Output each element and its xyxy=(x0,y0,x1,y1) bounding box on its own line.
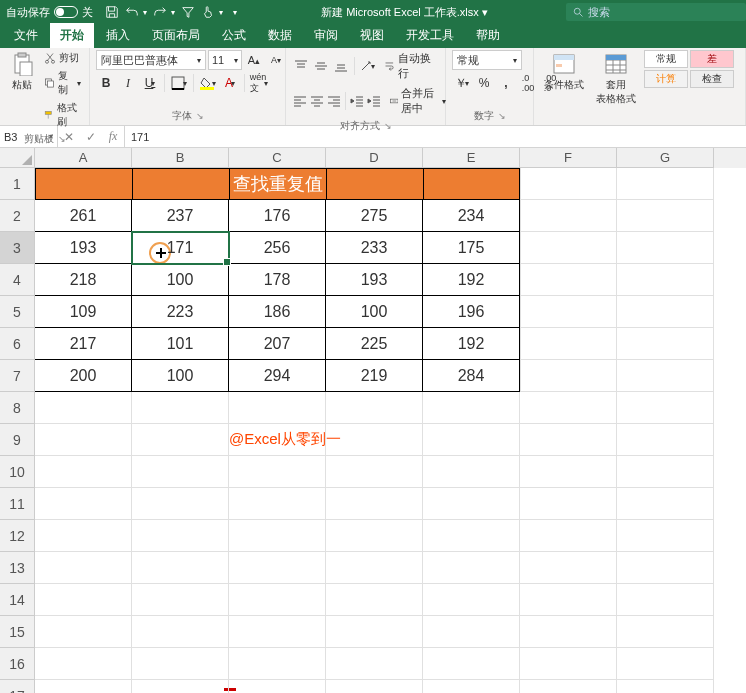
cell[interactable]: 100 xyxy=(132,360,229,392)
cell[interactable] xyxy=(326,552,423,584)
copy-button[interactable]: 复制▾ xyxy=(42,68,83,98)
cell[interactable] xyxy=(132,424,229,456)
cell[interactable] xyxy=(35,392,132,424)
col-header[interactable]: E xyxy=(423,148,520,168)
cell[interactable] xyxy=(423,168,520,200)
row-header[interactable]: 12 xyxy=(0,520,35,552)
cell[interactable] xyxy=(617,264,714,296)
font-size-select[interactable]: 11▾ xyxy=(208,50,242,70)
enter-icon[interactable]: ✓ xyxy=(80,130,102,144)
cell[interactable] xyxy=(35,520,132,552)
cell[interactable] xyxy=(617,200,714,232)
cell[interactable] xyxy=(35,584,132,616)
align-right-icon[interactable] xyxy=(326,91,341,111)
cell-style-check[interactable]: 检查 xyxy=(690,70,734,88)
border-button[interactable]: ▾ xyxy=(169,73,189,93)
cancel-icon[interactable]: ✕ xyxy=(58,130,80,144)
cell[interactable] xyxy=(229,488,326,520)
cell[interactable]: 100 xyxy=(326,296,423,328)
chevron-down-icon[interactable]: ▾ xyxy=(171,8,175,17)
cell[interactable] xyxy=(520,168,617,200)
save-icon[interactable] xyxy=(105,5,119,19)
cell[interactable]: 237 xyxy=(132,200,229,232)
name-box[interactable]: B3▾ xyxy=(0,126,58,147)
cell[interactable] xyxy=(520,552,617,584)
cell[interactable] xyxy=(520,488,617,520)
currency-icon[interactable]: ￥▾ xyxy=(452,73,472,93)
cell[interactable] xyxy=(617,328,714,360)
cell[interactable]: 178 xyxy=(229,264,326,296)
tab-view[interactable]: 视图 xyxy=(350,23,394,48)
bold-button[interactable]: B xyxy=(96,73,116,93)
row-header[interactable]: 10 xyxy=(0,456,35,488)
fill-color-button[interactable]: ▾ xyxy=(198,73,218,93)
row-header[interactable]: 4 xyxy=(0,264,35,296)
cell[interactable] xyxy=(35,168,132,200)
cell[interactable]: 218 xyxy=(35,264,132,296)
tab-layout[interactable]: 页面布局 xyxy=(142,23,210,48)
cell[interactable]: 219 xyxy=(326,360,423,392)
cell[interactable] xyxy=(229,456,326,488)
cell[interactable] xyxy=(423,488,520,520)
phonetic-button[interactable]: wén文▾ xyxy=(249,73,269,93)
tab-file[interactable]: 文件 xyxy=(4,23,48,48)
row-header[interactable]: 8 xyxy=(0,392,35,424)
cell[interactable] xyxy=(132,680,229,693)
align-center-icon[interactable] xyxy=(309,91,324,111)
cell[interactable] xyxy=(520,264,617,296)
cell[interactable] xyxy=(423,392,520,424)
font-name-select[interactable]: 阿里巴巴普惠体▾ xyxy=(96,50,206,70)
cell[interactable] xyxy=(132,488,229,520)
cell[interactable] xyxy=(423,520,520,552)
cell[interactable]: 256 xyxy=(229,232,326,264)
cell[interactable] xyxy=(423,648,520,680)
cell[interactable] xyxy=(520,520,617,552)
row-header[interactable]: 7 xyxy=(0,360,35,392)
formula-input[interactable]: 171 xyxy=(125,126,746,147)
cell[interactable] xyxy=(423,424,520,456)
tab-formulas[interactable]: 公式 xyxy=(212,23,256,48)
cell[interactable] xyxy=(520,424,617,456)
cell[interactable] xyxy=(520,296,617,328)
number-format-select[interactable]: 常规▾ xyxy=(452,50,522,70)
chevron-down-icon[interactable]: ▾ xyxy=(143,8,147,17)
cell[interactable] xyxy=(617,296,714,328)
tab-insert[interactable]: 插入 xyxy=(96,23,140,48)
cell[interactable]: 193 xyxy=(326,264,423,296)
cell[interactable] xyxy=(423,584,520,616)
cell[interactable] xyxy=(617,680,714,693)
autosave-toggle[interactable]: 自动保存 关 xyxy=(0,5,99,20)
cell[interactable] xyxy=(326,456,423,488)
col-header[interactable]: G xyxy=(617,148,714,168)
col-header[interactable]: C xyxy=(229,148,326,168)
cell[interactable] xyxy=(35,680,132,693)
cell[interactable] xyxy=(326,424,423,456)
cell[interactable]: 100 xyxy=(132,264,229,296)
increase-font-icon[interactable]: A▴ xyxy=(244,50,264,70)
cell[interactable] xyxy=(617,584,714,616)
cell[interactable] xyxy=(520,328,617,360)
comma-icon[interactable]: , xyxy=(496,73,516,93)
cell[interactable]: 109 xyxy=(35,296,132,328)
cell[interactable] xyxy=(229,520,326,552)
cell[interactable] xyxy=(229,616,326,648)
cell[interactable] xyxy=(229,584,326,616)
dialog-launcher-icon[interactable]: ↘ xyxy=(498,111,506,121)
cell[interactable] xyxy=(132,584,229,616)
cell[interactable]: 223 xyxy=(132,296,229,328)
tab-dev[interactable]: 开发工具 xyxy=(396,23,464,48)
underline-button[interactable]: U▾ xyxy=(140,73,160,93)
decrease-indent-icon[interactable] xyxy=(350,91,365,111)
cell[interactable] xyxy=(520,680,617,693)
cell[interactable] xyxy=(35,424,132,456)
cut-button[interactable]: 剪切 xyxy=(42,50,83,66)
cell[interactable] xyxy=(617,168,714,200)
cell[interactable] xyxy=(423,456,520,488)
cell[interactable] xyxy=(520,616,617,648)
row-header[interactable]: 14 xyxy=(0,584,35,616)
increase-indent-icon[interactable] xyxy=(367,91,382,111)
cell-style-bad[interactable]: 差 xyxy=(690,50,734,68)
tab-help[interactable]: 帮助 xyxy=(466,23,510,48)
tab-review[interactable]: 审阅 xyxy=(304,23,348,48)
qat-more-icon[interactable]: ▾ xyxy=(233,8,237,17)
